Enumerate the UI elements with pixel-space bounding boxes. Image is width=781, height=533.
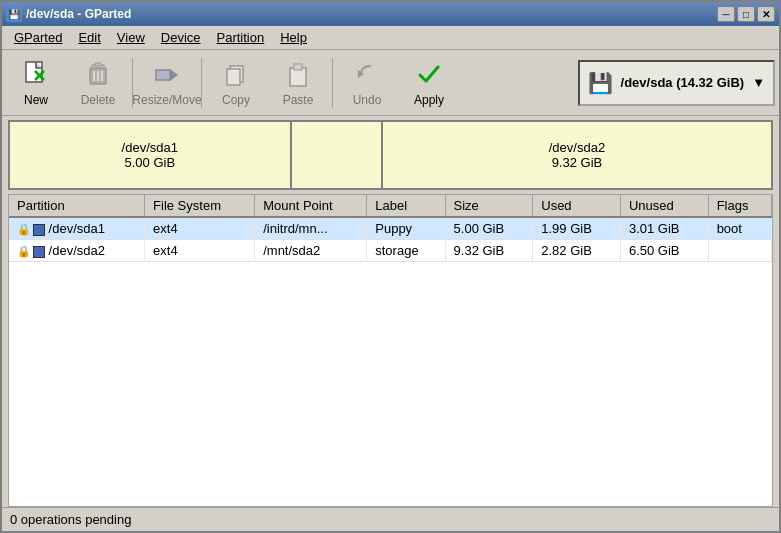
lock-icon: 🔒 — [17, 223, 31, 235]
table-row[interactable]: 🔒 /dev/sda2ext4/mnt/sda2storage9.32 GiB2… — [9, 240, 772, 262]
disk-visual: /dev/sda1 5.00 GiB /dev/sda2 9.32 GiB — [8, 120, 773, 190]
new-label: New — [24, 93, 48, 107]
lock-icon: 🔒 — [17, 245, 31, 257]
new-icon — [20, 59, 52, 89]
menu-device[interactable]: Device — [153, 28, 209, 47]
paste-button[interactable]: Paste — [268, 54, 328, 112]
disk-sda2-label: /dev/sda2 — [549, 140, 605, 155]
col-mountpoint: Mount Point — [255, 195, 367, 217]
apply-icon — [413, 59, 445, 89]
minimize-button[interactable]: ─ — [717, 6, 735, 22]
delete-icon — [82, 59, 114, 89]
new-button[interactable]: New — [6, 54, 66, 112]
partition-table: Partition File System Mount Point Label … — [8, 194, 773, 507]
svg-rect-9 — [156, 70, 170, 80]
table-header: Partition File System Mount Point Label … — [9, 195, 772, 217]
undo-icon — [351, 59, 383, 89]
toolbar: New Delete — [2, 50, 779, 116]
copy-button[interactable]: Copy — [206, 54, 266, 112]
menu-gparted[interactable]: GParted — [6, 28, 70, 47]
disk-sda2-size: 9.32 GiB — [552, 155, 603, 170]
statusbar: 0 operations pending — [2, 507, 779, 531]
disk-sda2[interactable]: /dev/sda2 9.32 GiB — [383, 122, 771, 188]
resize-label: Resize/Move — [132, 93, 201, 107]
disk-unallocated — [292, 122, 383, 188]
resize-button[interactable]: Resize/Move — [137, 54, 197, 112]
paste-label: Paste — [283, 93, 314, 107]
svg-marker-10 — [170, 69, 178, 81]
window-controls: ─ □ ✕ — [717, 6, 775, 22]
menu-partition[interactable]: Partition — [209, 28, 273, 47]
delete-label: Delete — [81, 93, 116, 107]
col-unused: Unused — [620, 195, 708, 217]
svg-rect-0 — [26, 62, 42, 82]
color-box — [33, 246, 45, 258]
disk-sda1-label: /dev/sda1 — [122, 140, 178, 155]
col-flags: Flags — [708, 195, 771, 217]
undo-label: Undo — [353, 93, 382, 107]
menu-view[interactable]: View — [109, 28, 153, 47]
copy-icon — [220, 59, 252, 89]
toolbar-sep-3 — [332, 58, 333, 108]
window-title: /dev/sda - GParted — [26, 7, 131, 21]
device-icon: 💾 — [588, 71, 613, 95]
maximize-button[interactable]: □ — [737, 6, 755, 22]
close-button[interactable]: ✕ — [757, 6, 775, 22]
apply-label: Apply — [414, 93, 444, 107]
svg-rect-5 — [95, 63, 101, 66]
delete-button[interactable]: Delete — [68, 54, 128, 112]
menubar: GParted Edit View Device Partition Help — [2, 26, 779, 50]
col-size: Size — [445, 195, 533, 217]
col-partition: Partition — [9, 195, 145, 217]
apply-button[interactable]: Apply — [399, 54, 459, 112]
main-window: 💾 /dev/sda - GParted ─ □ ✕ GParted Edit … — [0, 0, 781, 533]
disk-sda1[interactable]: /dev/sda1 5.00 GiB — [10, 122, 292, 188]
menu-help[interactable]: Help — [272, 28, 315, 47]
device-label: /dev/sda (14.32 GiB) — [621, 75, 745, 90]
device-dropdown-icon: ▼ — [752, 75, 765, 90]
disk-sda1-size: 5.00 GiB — [124, 155, 175, 170]
resize-icon — [151, 59, 183, 89]
color-box — [33, 224, 45, 236]
col-used: Used — [533, 195, 621, 217]
table-row[interactable]: 🔒 /dev/sda1ext4/initrd/mn...Puppy5.00 Gi… — [9, 217, 772, 240]
titlebar-left: 💾 /dev/sda - GParted — [6, 6, 131, 22]
app-icon: 💾 — [6, 6, 22, 22]
svg-rect-13 — [290, 68, 306, 86]
svg-rect-14 — [294, 64, 302, 70]
device-selector[interactable]: 💾 /dev/sda (14.32 GiB) ▼ — [578, 60, 775, 106]
col-filesystem: File System — [145, 195, 255, 217]
titlebar: 💾 /dev/sda - GParted ─ □ ✕ — [2, 2, 779, 26]
svg-rect-12 — [227, 69, 240, 85]
undo-button[interactable]: Undo — [337, 54, 397, 112]
status-text: 0 operations pending — [10, 512, 131, 527]
paste-icon — [282, 59, 314, 89]
col-label: Label — [367, 195, 445, 217]
copy-label: Copy — [222, 93, 250, 107]
menu-edit[interactable]: Edit — [70, 28, 108, 47]
